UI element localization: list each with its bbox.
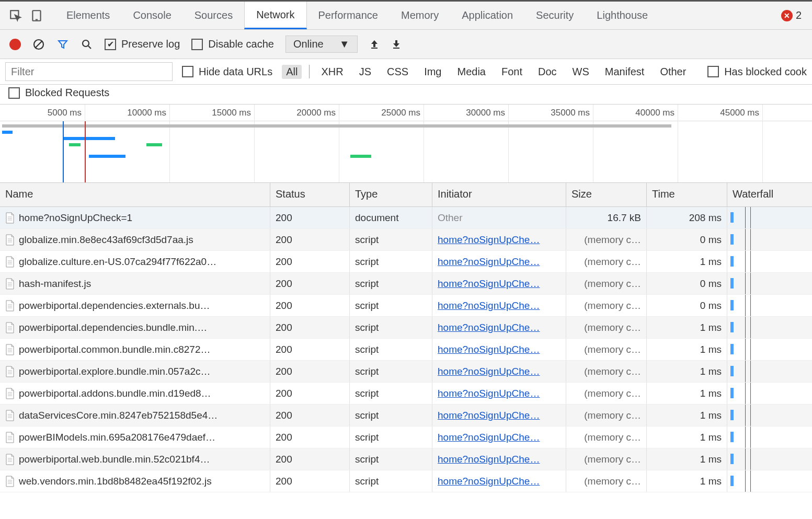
request-time: 0 ms	[647, 273, 727, 294]
network-table-header: Name Status Type Initiator Size Time Wat…	[0, 183, 812, 207]
filter-icon[interactable]	[56, 38, 69, 51]
col-name[interactable]: Name	[0, 183, 270, 206]
filter-type-manifest[interactable]: Manifest	[601, 65, 649, 79]
blocked-requests-checkbox[interactable]: Blocked Requests	[8, 87, 109, 99]
initiator-link[interactable]: home?noSignUpChe…	[438, 256, 540, 268]
initiator-link[interactable]: home?noSignUpChe…	[438, 278, 540, 290]
tab-performance[interactable]: Performance	[307, 2, 390, 29]
inspect-element-icon[interactable]	[5, 5, 26, 26]
request-initiator: home?noSignUpChe…	[432, 339, 566, 360]
request-status: 200	[270, 383, 350, 404]
preserve-log-checkbox[interactable]: Preserve log	[105, 38, 180, 50]
tab-console[interactable]: Console	[121, 2, 182, 29]
initiator-link[interactable]: home?noSignUpChe…	[438, 366, 540, 377]
filter-input[interactable]	[5, 62, 173, 81]
svg-point-5	[83, 40, 89, 47]
tab-sources[interactable]: Sources	[183, 2, 244, 29]
tab-application[interactable]: Application	[450, 2, 524, 29]
request-initiator: home?noSignUpChe…	[432, 251, 566, 272]
col-waterfall[interactable]: Waterfall	[727, 183, 812, 206]
network-row[interactable]: powerbiportal.explore.bundle.min.057a2c……	[0, 361, 812, 383]
tab-memory[interactable]: Memory	[390, 2, 450, 29]
download-har-icon[interactable]	[391, 39, 402, 50]
initiator-link[interactable]: home?noSignUpChe…	[438, 410, 540, 421]
network-row[interactable]: powerBIModels.min.695a208176e479daef…200…	[0, 426, 812, 448]
request-initiator: home?noSignUpChe…	[432, 470, 566, 492]
initiator-link[interactable]: home?noSignUpChe…	[438, 322, 540, 333]
clear-icon[interactable]	[32, 38, 45, 51]
request-name: dataServicesCore.min.8247eb752158d5e4…	[19, 410, 218, 421]
request-name: powerBIModels.min.695a208176e479daef…	[19, 432, 215, 443]
filter-type-js[interactable]: JS	[355, 65, 375, 79]
request-name: powerbiportal.web.bundle.min.52c021bf4…	[19, 454, 210, 465]
network-row[interactable]: powerbiportal.web.bundle.min.52c021bf4…2…	[0, 448, 812, 470]
tab-elements[interactable]: Elements	[55, 2, 121, 29]
initiator-link[interactable]: home?noSignUpChe…	[438, 476, 540, 487]
network-row[interactable]: globalize.min.8e8ec43af69cf3d5d7aa.js200…	[0, 229, 812, 251]
request-size: (memory c…	[566, 361, 647, 382]
tab-lighthouse[interactable]: Lighthouse	[585, 2, 659, 29]
request-time: 1 ms	[647, 448, 727, 470]
request-status: 200	[270, 339, 350, 360]
request-name: web.vendors.min.1bd8b8482ea45f192f02.js	[19, 476, 212, 487]
waterfall-cell	[727, 295, 812, 316]
network-row[interactable]: hash-manifest.js200scripthome?noSignUpCh…	[0, 273, 812, 295]
network-row[interactable]: powerbiportal.dependencies.bundle.min.…2…	[0, 317, 812, 339]
col-type[interactable]: Type	[350, 183, 432, 206]
blocked-cookies-checkbox[interactable]: Has blocked cook	[707, 66, 807, 78]
timeline-tick: 10000 ms	[127, 108, 166, 118]
request-name: hash-manifest.js	[19, 278, 91, 290]
hide-data-urls-checkbox[interactable]: Hide data URLs	[182, 66, 272, 78]
error-badge[interactable]: ✕ 2	[781, 9, 802, 21]
initiator-link[interactable]: home?noSignUpChe…	[438, 344, 540, 355]
network-row[interactable]: web.vendors.min.1bd8b8482ea45f192f02.js2…	[0, 470, 812, 492]
filter-type-ws[interactable]: WS	[568, 65, 593, 79]
network-row[interactable]: home?noSignUpCheck=1200documentOther16.7…	[0, 207, 812, 229]
filter-type-media[interactable]: Media	[453, 65, 489, 79]
request-type: script	[350, 426, 432, 448]
request-size: (memory c…	[566, 405, 647, 426]
request-name: powerbiportal.explore.bundle.min.057a2c…	[19, 366, 211, 377]
upload-har-icon[interactable]	[369, 39, 380, 50]
filter-type-img[interactable]: Img	[420, 65, 445, 79]
request-time: 1 ms	[647, 317, 727, 338]
network-row[interactable]: powerbiportal.addons.bundle.min.d19ed8…2…	[0, 383, 812, 405]
filter-type-font[interactable]: Font	[497, 65, 527, 79]
devtools-tab-bar: ElementsConsoleSourcesNetworkPerformance…	[0, 2, 812, 30]
initiator-link[interactable]: home?noSignUpChe…	[438, 454, 540, 465]
initiator-link[interactable]: home?noSignUpChe…	[438, 300, 540, 312]
filter-type-other[interactable]: Other	[656, 65, 690, 79]
tab-security[interactable]: Security	[524, 2, 585, 29]
filter-type-xhr[interactable]: XHR	[317, 65, 347, 79]
col-size[interactable]: Size	[566, 183, 647, 206]
network-row[interactable]: powerbiportal.dependencies.externals.bu……	[0, 295, 812, 317]
network-row[interactable]: powerbiportal.common.bundle.min.c8272…20…	[0, 339, 812, 361]
tab-network[interactable]: Network	[244, 2, 306, 29]
col-status[interactable]: Status	[270, 183, 350, 206]
initiator-link[interactable]: home?noSignUpChe…	[438, 432, 540, 443]
filter-type-css[interactable]: CSS	[383, 65, 413, 79]
request-status: 200	[270, 448, 350, 470]
network-row[interactable]: dataServicesCore.min.8247eb752158d5e4…20…	[0, 405, 812, 426]
device-toggle-icon[interactable]	[26, 5, 47, 26]
request-name: globalize.min.8e8ec43af69cf3d5d7aa.js	[19, 234, 193, 246]
request-name: powerbiportal.dependencies.externals.bu…	[19, 300, 210, 312]
request-status: 200	[270, 229, 350, 250]
search-icon[interactable]	[81, 38, 93, 51]
waterfall-cell	[727, 317, 812, 338]
request-initiator: home?noSignUpChe…	[432, 405, 566, 426]
initiator-link[interactable]: home?noSignUpChe…	[438, 234, 540, 246]
throttling-select[interactable]: Online ▼	[285, 36, 358, 53]
filter-type-doc[interactable]: Doc	[534, 65, 561, 79]
record-button[interactable]	[9, 39, 21, 50]
disable-cache-checkbox[interactable]: Disable cache	[191, 38, 274, 50]
col-time[interactable]: Time	[647, 183, 727, 206]
request-type: script	[350, 361, 432, 382]
col-initiator[interactable]: Initiator	[432, 183, 566, 206]
waterfall-cell	[727, 207, 812, 228]
filter-type-all[interactable]: All	[282, 65, 302, 79]
initiator-link[interactable]: home?noSignUpChe…	[438, 388, 540, 399]
network-row[interactable]: globalize.culture.en-US.07ca294f77f622a0…	[0, 251, 812, 273]
timeline-overview[interactable]: 5000 ms10000 ms15000 ms20000 ms25000 ms3…	[0, 105, 812, 183]
timeline-tick: 35000 ms	[551, 108, 590, 118]
